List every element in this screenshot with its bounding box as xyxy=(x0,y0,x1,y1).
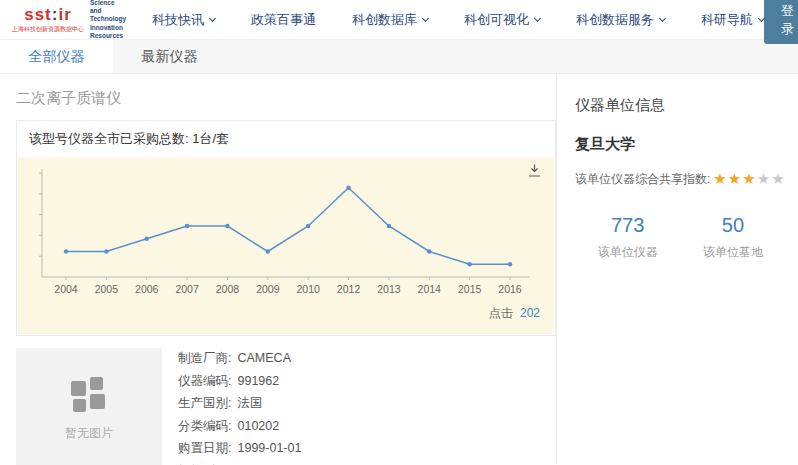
star-icon: ★ xyxy=(771,170,785,187)
detail-label: 分类编码: xyxy=(178,419,231,433)
svg-text:2015: 2015 xyxy=(458,283,482,295)
svg-text:2005: 2005 xyxy=(95,283,119,295)
no-image-placeholder: 暂无图片 xyxy=(16,348,162,465)
stat-value: 50 xyxy=(680,214,785,237)
org-name: 复旦大学 xyxy=(575,135,786,154)
nav-item-label: 科创数据服务 xyxy=(576,11,654,29)
chevron-down-icon xyxy=(209,14,216,21)
svg-text:2007: 2007 xyxy=(175,283,199,295)
svg-text:2009: 2009 xyxy=(256,283,280,295)
detail-row: 仪器编码:991962 xyxy=(178,373,301,390)
stat-value: 773 xyxy=(575,214,680,237)
detail-value: 010202 xyxy=(237,419,279,433)
nav-item[interactable]: 科创数据服务 xyxy=(576,11,665,29)
chevron-down-icon xyxy=(422,14,429,21)
logo-subtitle: 上海科技创新资源数据中心 xyxy=(12,25,84,34)
star-icon: ★ xyxy=(713,170,727,187)
main-panel: 二次离子质谱仪 该型号仪器全市已采购总数: 1台/套 2004200520062… xyxy=(0,74,556,464)
tab-bar: 全部仪器最新仪器 xyxy=(0,40,798,74)
line-chart: 2004200520062007200820092010201220132014… xyxy=(26,163,532,301)
purchase-total-value: 1台/套 xyxy=(192,131,229,146)
nav-item-label: 科技快讯 xyxy=(152,11,204,29)
chart-card-header: 该型号仪器全市已采购总数: 1台/套 xyxy=(17,121,555,157)
nav-item[interactable]: 政策百事通 xyxy=(251,11,316,29)
detail-row: 分类编码:010202 xyxy=(178,418,301,435)
detail-value: 法国 xyxy=(237,396,262,410)
detail-value: 991962 xyxy=(237,374,279,388)
rating-label: 该单位仪器综合共享指数: xyxy=(575,171,710,188)
nav-item-label: 科创数据库 xyxy=(352,11,417,29)
svg-text:2012: 2012 xyxy=(337,283,361,295)
nav-item-label: 科研导航 xyxy=(701,11,753,29)
detail-label: 生产国别: xyxy=(178,396,231,410)
star-rating: ★★★★★ xyxy=(713,170,785,188)
clicks-label: 点击 xyxy=(489,306,513,320)
detail-row: 购置日期:1999-01-01 xyxy=(178,440,301,457)
detail-value: 1999-01-01 xyxy=(237,441,301,455)
svg-text:2014: 2014 xyxy=(418,283,442,295)
instrument-details: 暂无图片 制造厂商:CAMECA仪器编码:991962生产国别:法国分类编码:0… xyxy=(16,348,556,465)
download-icon[interactable] xyxy=(527,163,542,182)
sidebar: 仪器单位信息 复旦大学 该单位仪器综合共享指数: ★★★★★ 773该单位仪器5… xyxy=(556,74,798,464)
top-bar: sst:ir 上海科技创新资源数据中心 Shanghai Science and… xyxy=(0,0,798,40)
chevron-down-icon xyxy=(659,14,666,21)
nav-item[interactable]: 科研导航 xyxy=(701,11,764,29)
detail-value: CAMECA xyxy=(237,351,290,365)
detail-label: 仪器编码: xyxy=(178,374,231,388)
nav-item[interactable]: 科创可视化 xyxy=(464,11,540,29)
no-image-label: 暂无图片 xyxy=(65,425,113,442)
star-icon: ★ xyxy=(728,170,742,187)
logo-mark: sst:ir 上海科技创新资源数据中心 xyxy=(12,6,84,34)
no-image-icon xyxy=(71,377,107,413)
clicks-value: 202 xyxy=(520,306,540,320)
chart-card: 该型号仪器全市已采购总数: 1台/套 200420052006200720082… xyxy=(16,120,556,336)
sidebar-title: 仪器单位信息 xyxy=(575,96,786,115)
logo-name-line: Shanghai Science and xyxy=(90,0,126,15)
stat: 773该单位仪器 xyxy=(575,214,680,261)
detail-label: 制造厂商: xyxy=(178,351,231,365)
stat-label: 该单位基地 xyxy=(680,244,785,261)
nav-item[interactable]: 科技快讯 xyxy=(152,11,215,29)
svg-text:2010: 2010 xyxy=(297,283,321,295)
svg-text:2016: 2016 xyxy=(498,283,522,295)
svg-text:2006: 2006 xyxy=(135,283,159,295)
stat: 50该单位基地 xyxy=(680,214,785,261)
star-icon: ★ xyxy=(757,170,771,187)
purchase-total-label: 该型号仪器全市已采购总数: xyxy=(29,131,189,146)
rating-row: 该单位仪器综合共享指数: ★★★★★ xyxy=(575,170,786,188)
nav-item-label: 科创可视化 xyxy=(464,11,529,29)
svg-text:2004: 2004 xyxy=(54,283,78,295)
content: 二次离子质谱仪 该型号仪器全市已采购总数: 1台/套 2004200520062… xyxy=(0,74,798,464)
nav-item-label: 政策百事通 xyxy=(251,11,316,29)
detail-rows: 制造厂商:CAMECA仪器编码:991962生产国别:法国分类编码:010202… xyxy=(178,348,301,465)
logo-name-line: Technology Innovation xyxy=(90,15,126,31)
chevron-down-icon xyxy=(534,14,541,21)
detail-row: 制造厂商:CAMECA xyxy=(178,350,301,367)
detail-row: 生产国别:法国 xyxy=(178,395,301,412)
nav-item[interactable]: 科创数据库 xyxy=(352,11,428,29)
page-title: 二次离子质谱仪 xyxy=(16,89,556,108)
stat-label: 该单位仪器 xyxy=(575,244,680,261)
main-nav: 科技快讯政策百事通科创数据库科创可视化科创数据服务科研导航 xyxy=(152,11,764,29)
tab-最新仪器[interactable]: 最新仪器 xyxy=(113,40,226,73)
tab-全部仪器[interactable]: 全部仪器 xyxy=(0,40,113,73)
login-button[interactable]: 登录 xyxy=(764,0,798,44)
star-icon: ★ xyxy=(742,170,756,187)
detail-label: 购置日期: xyxy=(178,441,231,455)
svg-text:2008: 2008 xyxy=(216,283,240,295)
unit-stats: 773该单位仪器50该单位基地 xyxy=(575,214,786,261)
clicks-row: 点击 202 xyxy=(26,305,546,328)
svg-text:2013: 2013 xyxy=(377,283,401,295)
chart-area: 2004200520062007200820092010201220132014… xyxy=(18,157,554,334)
